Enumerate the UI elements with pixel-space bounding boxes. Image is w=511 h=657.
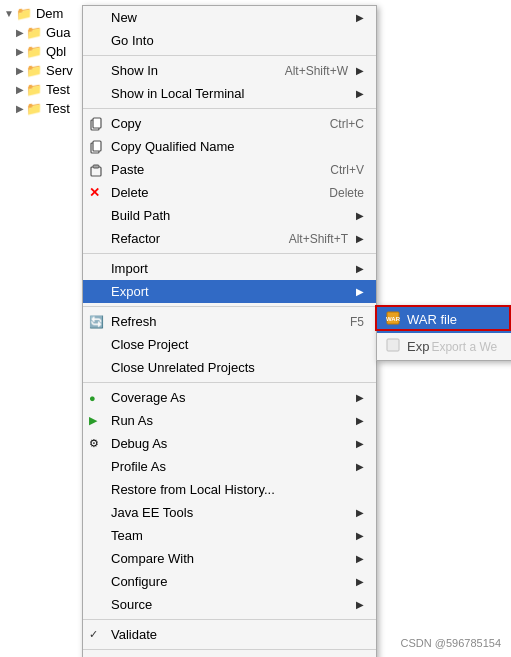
coverage-icon: ● (89, 392, 96, 404)
menu-item-debug-as[interactable]: ⚙ Debug As ▶ (83, 432, 376, 455)
submenu-arrow-icon: ▶ (356, 461, 364, 472)
menu-item-label: Refresh (111, 314, 330, 329)
folder-icon: 📁 (16, 6, 32, 21)
menu-item-build-path[interactable]: Build Path ▶ (83, 204, 376, 227)
submenu-arrow-icon: ▶ (356, 599, 364, 610)
menu-item-label: Build Path (111, 208, 348, 223)
menu-item-show-local-terminal[interactable]: Show in Local Terminal ▶ (83, 82, 376, 105)
shortcut-label: Ctrl+C (330, 117, 364, 131)
tree-item-label: Serv (46, 63, 73, 78)
menu-item-copy-qualified[interactable]: Copy Qualified Name (83, 135, 376, 158)
shortcut-label: F5 (350, 315, 364, 329)
menu-item-label: Export (111, 284, 348, 299)
submenu-arrow-icon: ▶ (356, 88, 364, 99)
submenu-arrow-icon: ▶ (356, 12, 364, 23)
submenu-arrow-icon: ▶ (356, 263, 364, 274)
folder-icon: 📁 (26, 101, 42, 116)
menu-item-label: Delete (111, 185, 309, 200)
tree-expand-arrow: ▶ (16, 27, 24, 38)
submenu-arrow-icon: ▶ (356, 438, 364, 449)
menu-item-label: Coverage As (111, 390, 348, 405)
menu-separator (83, 108, 376, 109)
menu-item-label: Run As (111, 413, 348, 428)
menu-item-close-unrelated[interactable]: Close Unrelated Projects (83, 356, 376, 379)
menu-separator (83, 619, 376, 620)
menu-item-label: Copy Qualified Name (111, 139, 364, 154)
submenu-arrow-icon: ▶ (356, 553, 364, 564)
menu-item-go-into[interactable]: Go Into (83, 29, 376, 52)
menu-item-run-as[interactable]: ▶ Run As ▶ (83, 409, 376, 432)
menu-item-label: Import (111, 261, 348, 276)
svg-text:WAR: WAR (386, 316, 401, 322)
menu-item-refactor[interactable]: Refactor Alt+Shift+T ▶ (83, 227, 376, 250)
menu-item-label: Team (111, 528, 348, 543)
menu-item-label: Close Unrelated Projects (111, 360, 364, 375)
shortcut-label: Alt+Shift+W (285, 64, 348, 78)
menu-item-label: Compare With (111, 551, 348, 566)
menu-item-paste[interactable]: Paste Ctrl+V (83, 158, 376, 181)
menu-item-close-project[interactable]: Close Project (83, 333, 376, 356)
tree-item-label: Gua (46, 25, 71, 40)
validate-icon: ✓ (89, 628, 98, 641)
submenu-arrow-icon: ▶ (356, 507, 364, 518)
tree-expand-arrow: ▶ (16, 65, 24, 76)
tree-item-label: Test (46, 101, 70, 116)
refresh-icon: 🔄 (89, 315, 104, 329)
submenu-item-export-second[interactable]: Exp Export a We (377, 333, 511, 360)
copy-qualified-icon (89, 140, 103, 154)
tree-item-label: Qbl (46, 44, 66, 59)
menu-item-refresh[interactable]: 🔄 Refresh F5 (83, 310, 376, 333)
tree-expand-arrow: ▼ (4, 8, 14, 19)
menu-item-properties[interactable]: Properties Alt+Enter (83, 653, 376, 657)
menu-separator (83, 253, 376, 254)
menu-item-restore-history[interactable]: Restore from Local History... (83, 478, 376, 501)
menu-item-show-in[interactable]: Show In Alt+Shift+W ▶ (83, 59, 376, 82)
folder-icon: 📁 (26, 25, 42, 40)
export-tooltip-label: Export a We (431, 340, 497, 354)
folder-icon: 📁 (26, 82, 42, 97)
menu-item-compare-with[interactable]: Compare With ▶ (83, 547, 376, 570)
war-file-label: WAR file (407, 312, 457, 327)
menu-item-java-ee[interactable]: Java EE Tools ▶ (83, 501, 376, 524)
submenu-arrow-icon: ▶ (356, 65, 364, 76)
menu-separator (83, 382, 376, 383)
menu-item-label: Show in Local Terminal (111, 86, 348, 101)
shortcut-label: Ctrl+V (330, 163, 364, 177)
menu-separator (83, 55, 376, 56)
menu-item-copy[interactable]: Copy Ctrl+C (83, 112, 376, 135)
tree-expand-arrow: ▶ (16, 46, 24, 57)
menu-item-profile-as[interactable]: Profile As ▶ (83, 455, 376, 478)
submenu-arrow-icon: ▶ (356, 576, 364, 587)
delete-icon: ✕ (89, 185, 100, 200)
menu-item-label: Paste (111, 162, 310, 177)
menu-item-import[interactable]: Import ▶ (83, 257, 376, 280)
context-menu: New ▶ Go Into Show In Alt+Shift+W ▶ Show… (82, 5, 377, 657)
menu-item-export[interactable]: Export ▶ (83, 280, 376, 303)
menu-item-new[interactable]: New ▶ (83, 6, 376, 29)
submenu-item-war-file[interactable]: WAR WAR file (377, 306, 511, 333)
menu-item-label: New (111, 10, 348, 25)
menu-item-label: Configure (111, 574, 348, 589)
submenu-arrow-icon: ▶ (356, 210, 364, 221)
tree-item-label: Test (46, 82, 70, 97)
export-second-icon (385, 337, 401, 356)
menu-item-source[interactable]: Source ▶ (83, 593, 376, 616)
submenu-arrow-icon: ▶ (356, 530, 364, 541)
menu-item-delete[interactable]: ✕ Delete Delete (83, 181, 376, 204)
menu-separator (83, 649, 376, 650)
submenu-arrow-icon: ▶ (356, 392, 364, 403)
menu-item-team[interactable]: Team ▶ (83, 524, 376, 547)
menu-item-configure[interactable]: Configure ▶ (83, 570, 376, 593)
menu-item-validate[interactable]: ✓ Validate (83, 623, 376, 646)
export-submenu: WAR WAR file Exp Export a We (376, 305, 511, 361)
submenu-arrow-icon: ▶ (356, 415, 364, 426)
tree-expand-arrow: ▶ (16, 84, 24, 95)
menu-separator (83, 306, 376, 307)
menu-item-label: Go Into (111, 33, 364, 48)
menu-item-label: Validate (111, 627, 364, 642)
shortcut-label: Delete (329, 186, 364, 200)
menu-item-label: Restore from Local History... (111, 482, 364, 497)
folder-icon: 📁 (26, 63, 42, 78)
menu-item-label: Java EE Tools (111, 505, 348, 520)
menu-item-coverage-as[interactable]: ● Coverage As ▶ (83, 386, 376, 409)
